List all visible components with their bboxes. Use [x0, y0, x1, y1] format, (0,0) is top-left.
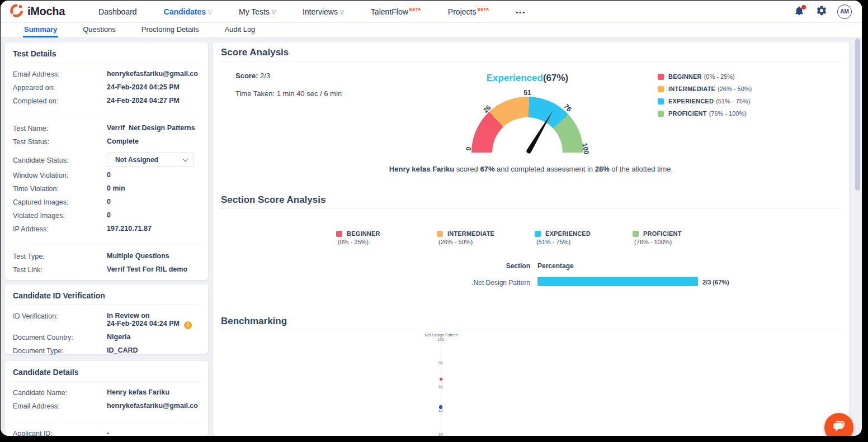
legend-name: PROFICIENT	[668, 110, 707, 117]
legend-range: (26% - 50%)	[718, 85, 752, 92]
gear-icon	[816, 5, 827, 18]
time-taken-value: 1 min 40 sec / 6 min	[277, 89, 342, 98]
test-details-title: Test Details	[13, 49, 200, 63]
legend-range: (76% - 100%)	[634, 239, 728, 245]
time-taken-line: Time Taken: 1 min 40 sec / 6 min	[235, 89, 342, 98]
gauge-percent-label: (67%)	[543, 73, 568, 83]
benchmark-point-score	[440, 378, 442, 381]
settings-button[interactable]	[815, 5, 828, 18]
field-label: Email Address:	[13, 70, 107, 78]
nav-talentflow[interactable]: TalentFlowBETA	[357, 7, 435, 16]
tab-summary[interactable]: Summary	[23, 23, 58, 37]
field-value: Multiple Questions	[107, 252, 200, 260]
id-verification-status: In Review on 24-Feb-2024 04:24 PM!	[107, 312, 200, 329]
section-score-bar	[537, 277, 698, 286]
legend-range: (51% - 75%)	[716, 98, 750, 104]
detail-row: Completed on: 24-Feb-2024 04:27 PM	[13, 97, 200, 110]
field-value: Henry kefas Fariku	[107, 388, 200, 396]
vertical-scrollbar[interactable]	[855, 39, 860, 191]
imocha-logo[interactable]: iMocha	[10, 3, 65, 20]
chevron-down-icon	[183, 156, 188, 161]
nav-interviews[interactable]: Interviews▽	[289, 7, 357, 16]
tab-audit-log[interactable]: Audit Log	[223, 23, 256, 37]
benchmark-chart-title: .Net Design Pattern	[407, 333, 474, 337]
candidate-details-card: Candidate Details Candidate Name: Henry …	[5, 361, 208, 436]
notifications-button[interactable]	[792, 5, 806, 18]
score-legend: BEGINNER (0% - 25%) INTERMEDIATE (26% - …	[658, 70, 752, 120]
divider	[13, 116, 200, 116]
section-score-heading: Section Score Analysis	[221, 194, 326, 206]
field-value: ID_CARD	[107, 346, 200, 354]
gauge-hole	[492, 117, 563, 153]
detail-row: Appeared on: 24-Feb-2024 04:25 PM	[13, 83, 200, 97]
nav-my-tests[interactable]: My Tests▽	[225, 7, 289, 16]
time-taken-label: Time Taken:	[235, 89, 275, 98]
topbar-actions: AM	[792, 4, 852, 19]
legend-item-experienced: EXPERIENCED (51% - 75%)	[535, 230, 630, 245]
tab-questions[interactable]: Questions	[82, 23, 117, 37]
legend-item-beginner: BEGINNER (0% - 25%)	[658, 70, 752, 83]
field-label: Applicant ID:	[13, 429, 107, 436]
legend-range: (0% - 25%)	[704, 73, 735, 80]
candidate-status-row: Candidate Status: Not Assigned	[13, 151, 200, 169]
score-analysis-heading: Score Analysis	[221, 47, 289, 58]
nav-candidates[interactable]: Candidates▽	[150, 7, 225, 16]
field-label: Test Status:	[13, 137, 107, 146]
dropdown-caret-icon: ▽	[208, 9, 212, 15]
detail-row: Violated Images: 0	[13, 211, 200, 225]
score-line: Score: 2/3	[235, 72, 270, 80]
legend-range: (26% - 50%)	[438, 239, 532, 245]
field-label: Captured Images:	[13, 198, 107, 206]
detail-row: Captured Images: 0	[13, 198, 200, 211]
app-window: iMocha Dashboard Candidates▽ My Tests▽ I…	[1, 1, 862, 436]
warning-icon[interactable]: !	[184, 321, 192, 329]
legend-name: EXPERIENCED	[545, 230, 591, 237]
gauge-title: Experienced(67%)	[444, 73, 611, 84]
proficient-swatch	[633, 231, 639, 237]
legend-range: (0% - 25%)	[338, 239, 431, 245]
field-label: Email Address:	[13, 402, 107, 410]
nav-dashboard[interactable]: Dashboard	[85, 7, 150, 16]
imocha-logo-icon	[10, 3, 24, 20]
field-value: 24-Feb-2024 04:27 PM	[107, 97, 200, 104]
field-label: Appeared on:	[13, 83, 107, 92]
field-value: 24-Feb-2024 04:25 PM	[107, 83, 200, 91]
field-value: Nigeria	[107, 333, 200, 341]
field-label: Document Type:	[13, 346, 107, 355]
legend-range: (51% - 75%)	[536, 239, 630, 245]
detail-row: Applicant ID: -	[13, 429, 200, 436]
detail-row: Time Violation: 0 min	[13, 184, 200, 198]
brand-name: iMocha	[27, 5, 65, 18]
benchmark-point-average	[439, 405, 442, 409]
id-status-line2: 24-Feb-2024 04:24 PM	[107, 320, 180, 327]
field-label: Candidate Status:	[13, 156, 107, 164]
dropdown-caret-icon: ▽	[340, 9, 344, 15]
beta-badge: BETA	[409, 7, 421, 12]
detail-row: Email Address: henrykefasfariku@gmail.co	[13, 402, 200, 415]
candidate-status-select[interactable]: Not Assigned	[107, 153, 194, 167]
tab-proctoring-details[interactable]: Proctoring Details	[140, 23, 200, 37]
nav-talentflow-label: TalentFlow	[371, 7, 408, 16]
section-row-label: .Net Design Pattern	[418, 279, 530, 287]
user-avatar[interactable]: AM	[837, 4, 852, 19]
summary-text: of the allotted time.	[610, 165, 673, 173]
nav-more-menu[interactable]: •••	[502, 7, 539, 16]
field-label: Test Link:	[13, 265, 107, 274]
field-label: Candidate Name:	[13, 388, 107, 397]
report-main-card: Score Analysis Score: 2/3 Time Taken: 1 …	[213, 42, 849, 436]
nav-projects[interactable]: ProjectsBETA	[435, 7, 503, 16]
axis-tick: 40	[430, 409, 452, 413]
section-score-bar-fill	[537, 277, 698, 286]
detail-row: Document Country: Nigeria	[13, 333, 200, 346]
legend-name: BEGINNER	[347, 230, 380, 237]
field-value: 0	[107, 171, 200, 179]
chat-button[interactable]	[824, 413, 853, 436]
field-label: Violated Images:	[13, 211, 107, 220]
field-value: 0 min	[107, 184, 200, 192]
column-header-section: Section	[452, 262, 530, 270]
divider	[221, 208, 841, 209]
divider	[13, 421, 200, 421]
field-value: 0	[107, 211, 200, 219]
benchmark-y-axis	[441, 342, 441, 436]
nav-interviews-label: Interviews	[303, 7, 338, 16]
